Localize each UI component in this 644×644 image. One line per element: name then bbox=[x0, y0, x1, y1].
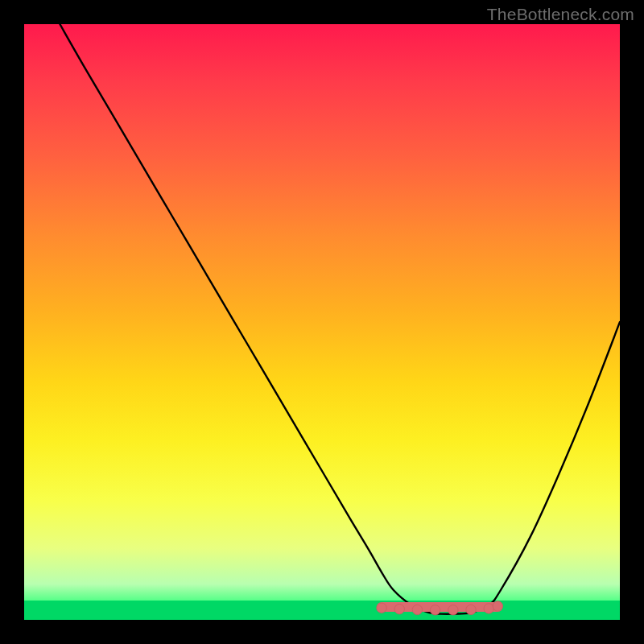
chart-frame: TheBottleneck.com bbox=[0, 0, 644, 644]
marker-dot bbox=[377, 603, 386, 613]
watermark-text: TheBottleneck.com bbox=[487, 5, 634, 24]
marker-dot bbox=[484, 604, 493, 613]
marker-dot bbox=[493, 601, 502, 611]
bottleneck-curve bbox=[60, 24, 620, 614]
plot-area bbox=[24, 24, 620, 620]
marker-dot bbox=[394, 604, 404, 613]
marker-dot bbox=[466, 605, 476, 614]
marker-dot bbox=[412, 605, 422, 614]
marker-dot bbox=[430, 605, 440, 615]
marker-dot bbox=[448, 605, 458, 615]
curve-layer bbox=[24, 24, 620, 620]
